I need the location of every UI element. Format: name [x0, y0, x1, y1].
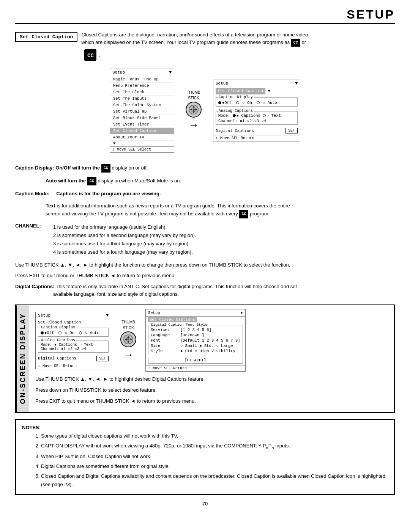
digital-captions-row: Digital Captions SET	[213, 126, 300, 135]
captions-opt: ● Captions	[233, 113, 260, 118]
thumbstick-label2: STICK	[188, 96, 199, 100]
menu1-title-row: Setup ▼	[110, 69, 174, 76]
arrow-thumbstick2: THUMB STICK →	[120, 320, 136, 361]
thumbstick-label1: THUMB	[187, 90, 200, 94]
analog-mode-row: Mode: ● Captions ○ Text	[218, 113, 295, 118]
menu2-down-arrow: ▼	[268, 89, 270, 93]
menu4-hitachi: [HITACHI]	[148, 357, 243, 364]
menu3-item: Set Closed Caption	[36, 319, 111, 325]
text-opt: ○ Text	[263, 113, 281, 118]
menu4-size-row: Size ○ Small ● Std. ○ Large	[151, 344, 240, 348]
menu1-title: Setup	[112, 70, 125, 75]
notes-item-1: CAPTION DISPLAY will not work when viewi…	[41, 442, 388, 451]
menu1-arrow: ▼	[169, 70, 172, 75]
thumbstick-circle1	[186, 102, 202, 118]
on-screen-label: ON-SCREEN DISPLAY	[16, 305, 29, 412]
channel-item-1: 1 is used for the primary language (usua…	[53, 223, 196, 231]
caption-menu-title: Setup ▼	[213, 80, 300, 87]
cc-badge-body1: CC	[101, 164, 110, 173]
menu1-item-7: Set Event Timer	[110, 121, 174, 128]
caption-display-label: Caption Display	[218, 95, 254, 99]
notes-item-0: Some types of digital closed captions wi…	[41, 432, 388, 440]
cc-badge-text: CC	[239, 210, 248, 218]
on-screen-instruction-0: Use THUMB STICK ▲, ▼, ◄, ► to highlight …	[35, 375, 388, 383]
set-button[interactable]: SET	[285, 128, 298, 133]
menu2-arrow: ▼	[295, 81, 298, 86]
diagrams-row2: Setup ▼ Set Closed Caption Caption Displ…	[35, 309, 388, 372]
analog-captions-section: Analog Captions Mode: ● Captions ○ Text …	[216, 111, 298, 125]
exit-instruction: Press EXIT to quit menu or THUMB STICK ◄…	[15, 272, 395, 280]
right-arrow2: →	[123, 349, 134, 361]
menu1-item-2: Set The Clock	[110, 89, 174, 96]
menu3-digital-row: Digital Captions SET	[36, 354, 111, 363]
setup-menu-box1: Setup ▼ Magic Focus Tune Up Menu Prefere…	[110, 69, 174, 153]
menu2-highlighted-row: Set Closed Caption ▼	[213, 87, 300, 94]
right-arrow1: →	[188, 119, 199, 131]
menu3-title: Setup ▼	[36, 312, 111, 319]
menu1-item-4: Set The Color System	[110, 102, 174, 108]
menu1-item-5: Set Virtual HD	[110, 108, 174, 115]
menu4-font-row: Font [Default 1 2 3 4 5 6 7 8]	[151, 338, 240, 343]
thumbstick2-label1: THUMB	[121, 320, 135, 324]
digital-captions-note: Digital Captions: This feature is only a…	[15, 283, 395, 298]
caption-menu-box1: Setup ▼ Set Closed Caption ▼ Caption Dis…	[213, 80, 300, 141]
thumbstick2-label2: STICK	[123, 326, 134, 330]
text-info-section: Text is for additional information such …	[46, 202, 395, 218]
menu1-item-3: Set The Inputs	[110, 96, 174, 102]
svg-point-5	[192, 108, 195, 111]
notes-list: Some types of digital closed captions wi…	[41, 432, 388, 489]
menu1-item-6: Set Black Side Panel	[110, 115, 174, 121]
channel-options: ●1 ○2 ○3 ○4	[240, 119, 266, 123]
menu4-box: Setup ▼ Set Closed Captions Digital Capt…	[145, 309, 246, 372]
menu3-off: ●Off	[41, 331, 54, 335]
caption-display-options: ●Off ○ On ○ Auto	[218, 100, 295, 105]
cc-icon-top: CC	[291, 39, 300, 47]
auto-option: ○ Auto	[257, 100, 277, 105]
analog-channel-row: Channel: ●1 ○2 ○3 ○4	[218, 119, 295, 123]
cc-icon-large: CC	[84, 49, 96, 61]
notes-item-2: When PIP Surf is on, Closed Caption will…	[41, 452, 388, 461]
channel-item-3: 3 is sometimes used for a third language…	[53, 240, 196, 248]
channel-item-2: 2 is sometimes used for a second languag…	[53, 231, 196, 240]
menu3-auto: ○ Auto	[79, 331, 99, 335]
analog-captions-label: Analog Captions	[218, 109, 254, 113]
notes-item-3: Digital Captions are sometimes different…	[41, 462, 388, 471]
auto-radio	[257, 101, 260, 104]
on-screen-instruction-2: Press EXIT to quit menu or THUMB STICK ◄…	[35, 397, 388, 405]
top-description: Closed Captions are the dialogue, narrat…	[81, 31, 395, 61]
menu1-item-last: ▼	[110, 141, 174, 146]
menu4-service-row: Service: [1 2 3 4 5 6]	[151, 328, 240, 332]
menu3-analog-label: Analog Captions	[40, 338, 76, 342]
thumb-instruction: Use THUMB STICK ▲, ▼, ◄, ► to highlight …	[15, 261, 395, 269]
menu2-highlighted-title: Set Closed Caption	[216, 88, 265, 94]
menu3-bottom: ↕ Move SEL Return	[36, 363, 111, 369]
on-screen-content: Setup ▼ Set Closed Caption Caption Displ…	[29, 305, 394, 412]
menu3-set-btn[interactable]: SET	[96, 356, 109, 361]
on-option: ○ On	[236, 100, 252, 105]
cc-badge-auto: CC	[87, 177, 96, 185]
menu4-bottom: ↕ Move SEL Return	[146, 365, 245, 371]
arrow-thumbstick1: THUMB STICK →	[186, 90, 202, 131]
channel-list: 1 is used for the primary language (usua…	[53, 223, 196, 256]
menu4-title-row: Setup ▼	[146, 309, 245, 317]
menu1-item-0: Magic Focus Tune Up	[110, 76, 174, 83]
menu-diagrams-row1: Setup ▼ Magic Focus Tune Up Menu Prefere…	[15, 69, 395, 153]
off-option: ●Off	[218, 100, 232, 105]
notes-item-4: Closed Caption and Digital Captions avai…	[41, 472, 388, 489]
on-screen-instruction-1: Press down on THUMBSTICK to select desir…	[35, 386, 388, 394]
notes-header: NOTES:	[22, 425, 41, 430]
caption-display-section: Caption Display ●Off ○ On ○ Auto	[216, 97, 298, 107]
menu1-item-9: About Your TV	[110, 134, 174, 141]
auto-section-text: Auto will turn the CC display on when Mu…	[46, 177, 395, 185]
menu4-style-row: Style ● Std ○ High Visibility	[151, 349, 240, 353]
menu1-item-1: Menu Preference	[110, 83, 174, 89]
menu1-bottom: ↕ Move SEL Select	[110, 146, 174, 152]
menu3-box: Setup ▼ Set Closed Caption Caption Displ…	[35, 312, 111, 369]
caption-display-section-text: Caption Display: On/Off will turn the CC…	[15, 164, 395, 173]
notes-section: NOTES: Some types of digital closed capt…	[15, 419, 395, 495]
menu4-highlighted-row: Set Closed Captions	[146, 317, 245, 322]
menu3-on: ○ On	[58, 331, 74, 335]
menu3-display-options: ●Off ○ On ○ Auto	[41, 331, 106, 335]
menu3-analog: Analog Captions Mode: ● Captions ○ Text …	[38, 341, 109, 353]
menu3-caption-display: Caption Display ●Off ○ On ○ Auto	[38, 328, 109, 337]
